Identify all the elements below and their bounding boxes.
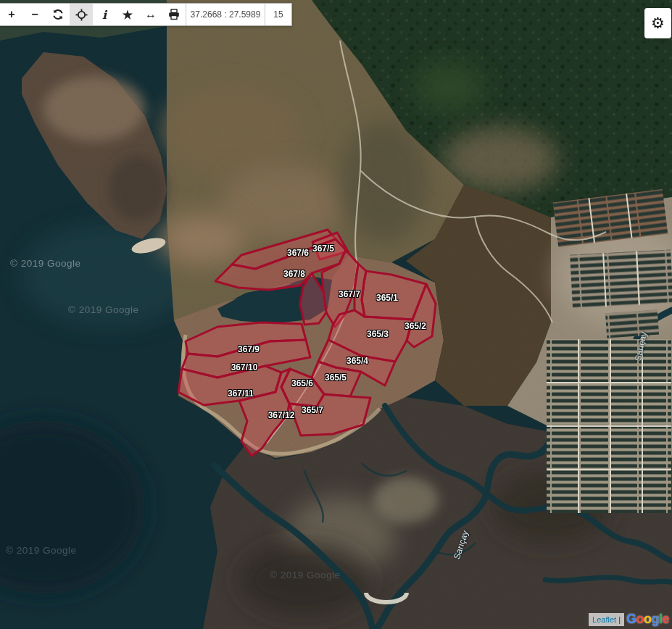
plus-icon: +: [8, 8, 14, 21]
info-button[interactable]: i: [93, 4, 116, 25]
parcel-label: 365/5: [325, 372, 347, 383]
parcel-label: 367/11: [228, 388, 254, 399]
parcel-label: 367/7: [339, 289, 360, 299]
crosshair-icon: [75, 9, 88, 21]
leaflet-link[interactable]: Leaflet: [592, 615, 616, 624]
star-icon: ★: [123, 8, 133, 22]
parcel-label: 367/6: [287, 248, 309, 258]
map-canvas[interactable]: 367/6367/5367/8367/7365/1365/2365/3365/4…: [0, 0, 672, 629]
refresh-button[interactable]: [46, 4, 70, 25]
coordinates-value: 37.2668 : 27.5989: [191, 9, 261, 20]
parcel-label: 365/6: [291, 378, 313, 388]
pan-crosshair-button[interactable]: [70, 4, 93, 25]
minus-icon: −: [31, 8, 38, 21]
map-attribution: Leaflet |: [589, 613, 624, 626]
settings-button[interactable]: ⚙: [644, 8, 671, 38]
zoom-level-display: 15: [265, 4, 291, 25]
parcel-label: 365/2: [405, 321, 426, 331]
parcel-label: 367/12: [268, 410, 295, 420]
attribution-separator: |: [618, 615, 621, 624]
gear-icon: ⚙: [651, 14, 665, 32]
measure-button[interactable]: ↔: [139, 4, 162, 25]
google-copyright-watermark: © 2019 Google: [6, 545, 77, 556]
google-logo-letter: o: [644, 612, 652, 626]
google-logo: Google: [626, 612, 669, 627]
arrows-horizontal-icon: ↔: [145, 8, 157, 21]
parcel-label: 367/5: [312, 243, 334, 254]
google-logo-letter: o: [636, 612, 644, 626]
parcel-label: 367/9: [238, 344, 260, 354]
refresh-icon: [52, 9, 64, 20]
print-button[interactable]: [162, 4, 186, 25]
google-copyright-watermark: © 2019 Google: [68, 304, 139, 315]
google-logo-letter: e: [662, 612, 669, 626]
google-logo-letter: g: [651, 612, 659, 626]
printer-icon: [168, 9, 180, 20]
parcel-label: 365/3: [367, 329, 389, 339]
info-icon: i: [102, 8, 107, 22]
zoom-in-button[interactable]: +: [0, 4, 23, 25]
favorites-button[interactable]: ★: [116, 4, 139, 25]
coordinates-display: 37.2668 : 27.5989: [186, 4, 265, 25]
parcel-label: 367/8: [283, 269, 305, 279]
google-copyright-watermark: © 2019 Google: [270, 570, 341, 580]
parcel-label: 365/4: [347, 356, 368, 366]
zoom-level-value: 15: [273, 9, 283, 20]
parcel-label: 367/10: [231, 362, 258, 372]
map-toolbar: + − i ★ ↔ 37.2668 : 27.5989 15: [0, 3, 292, 26]
parcel-label: 365/7: [302, 405, 323, 415]
google-logo-letter: G: [626, 612, 636, 626]
zoom-out-button[interactable]: −: [23, 4, 46, 25]
parcel-label: 365/1: [376, 293, 398, 303]
google-copyright-watermark: © 2019 Google: [10, 258, 81, 269]
